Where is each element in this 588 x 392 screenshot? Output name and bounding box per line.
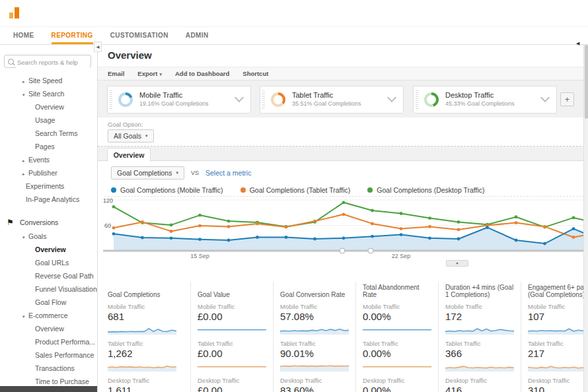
drag-handle[interactable]	[416, 90, 418, 109]
sidebar-item-overview[interactable]: Overview	[0, 243, 98, 256]
chart-collapse-button[interactable]: ▾	[446, 260, 468, 267]
sidebar-item-in-page-analytics[interactable]: In-Page Analytics	[0, 193, 98, 206]
metric-column-engagement-6-pages-goal-completions: Engagement 6+ pages (Goal Completions)Mo…	[521, 281, 588, 392]
sidebar-item-label: Experiments	[26, 182, 64, 190]
goal-option-label: Goal Option:	[108, 121, 143, 128]
donut-chart-icon	[424, 92, 439, 107]
sidebar-item-site-speed[interactable]: ▸Site Speed	[0, 74, 98, 87]
chart-legend: Goal Completions (Mobile Traffic)Goal Co…	[111, 186, 485, 194]
sidebar-item-search-terms[interactable]: Search Terms	[0, 127, 98, 140]
metric-row-label: Mobile Traffic	[445, 303, 515, 310]
sidebar-item-goal-urls[interactable]: Goal URLs	[0, 256, 98, 269]
metric-selector-row: Goal Completions ▾ vs Select a metric	[111, 166, 251, 180]
sidebar-item-label: Site Search	[28, 90, 64, 98]
sidebar-item-experiments[interactable]: Experiments	[0, 180, 98, 193]
sparkline-chart	[363, 361, 431, 372]
metric-column-goal-completions: Goal CompletionsMobile Traffic681Tablet …	[108, 281, 190, 392]
nav-tab-customisation[interactable]: CUSTOMISATION	[110, 27, 168, 44]
chevron-down-icon: ▾	[22, 231, 28, 244]
metric-row-value: 681	[108, 311, 185, 322]
sidebar-item-label: Reverse Goal Path	[35, 272, 94, 280]
sidebar-item-usage[interactable]: Usage	[0, 114, 98, 127]
nav-tab-reporting[interactable]: REPORTING	[52, 27, 93, 44]
add-segment-button[interactable]: +	[560, 92, 574, 106]
metric-column-title: Duration +4 mins (Goal 1 Completions)	[445, 281, 515, 298]
sidebar: ▸Site Speed▾Site SearchOverviewUsageSear…	[0, 45, 98, 392]
traffic-card-title: Tablet Traffic	[292, 91, 333, 99]
scrollbar-thumb[interactable]	[585, 45, 588, 119]
search-box[interactable]	[4, 55, 91, 68]
traffic-card-title: Mobile Traffic	[139, 91, 182, 99]
nav-tab-admin[interactable]: ADMIN	[186, 27, 209, 44]
search-input[interactable]	[16, 56, 90, 68]
svg-text:15 Sep: 15 Sep	[190, 253, 209, 259]
svg-text:22 Sep: 22 Sep	[392, 253, 411, 259]
tab-overview[interactable]: Overview	[107, 148, 151, 162]
sidebar-item-publisher[interactable]: ▸Publisher	[0, 166, 98, 180]
metric-row-label: Mobile Traffic	[363, 303, 433, 310]
legend-item-goal-completions-mobile-traffic: Goal Completions (Mobile Traffic)	[111, 186, 223, 194]
traffic-card-subtitle: 45.33% Goal Completions	[445, 100, 515, 107]
metric-row-label: Tablet Traffic	[108, 340, 185, 347]
right-collapse-icon[interactable]: ◀	[576, 41, 579, 46]
toolbar-shortcut-button[interactable]: Shortcut	[242, 70, 268, 77]
sidebar-item-label: E-commerce	[28, 311, 68, 319]
metric-dropdown[interactable]: Goal Completions ▾	[111, 166, 184, 180]
chevron-down-icon[interactable]	[540, 93, 550, 102]
metric-row-label: Desktop Traffic	[280, 377, 350, 384]
sidebar-item-pages[interactable]: Pages	[0, 140, 98, 153]
goal-option-dropdown[interactable]: All Goals ▾	[108, 129, 154, 143]
sidebar-item-sales-performance[interactable]: Sales Performance	[0, 348, 98, 362]
traffic-card-subtitle: 19.16% Goal Completions	[139, 100, 209, 107]
toolbar-add-to-dashboard-button[interactable]: Add to Dashboard	[175, 70, 229, 77]
metric-row-value: 0.00%	[363, 385, 433, 392]
sidebar-item-e-commerce[interactable]: ▾E-commerce	[0, 309, 98, 322]
sidebar-item-site-search[interactable]: ▾Site Search	[0, 87, 98, 100]
sidebar-collapse-icon[interactable]: ◀	[94, 42, 102, 52]
sidebar-item-label: Events	[28, 156, 50, 164]
vertical-scrollbar[interactable]	[583, 45, 588, 392]
metric-row-label: Mobile Traffic	[528, 303, 588, 310]
metric-column-total-abandonment-rate: Total Abandonment RateMobile Traffic0.00…	[355, 281, 438, 392]
sidebar-item-reverse-goal-path[interactable]: Reverse Goal Path	[0, 269, 98, 282]
timeseries-chart[interactable]: 1206015 Sep22 Sep	[98, 197, 588, 259]
sidebar-item-goal-flow[interactable]: Goal Flow	[0, 296, 98, 309]
chevron-down-icon[interactable]	[387, 93, 396, 102]
logo-bar-tall	[15, 7, 19, 18]
drag-handle[interactable]	[110, 90, 112, 109]
chevron-down-icon[interactable]	[235, 93, 244, 102]
legend-item-goal-completions-desktop-traffic: Goal Completions (Desktop Traffic)	[367, 186, 484, 194]
legend-dot-icon	[367, 187, 373, 193]
sparkline-chart	[280, 324, 349, 335]
sidebar-item-events[interactable]: ▸Events	[0, 153, 98, 166]
drag-handle[interactable]	[262, 90, 265, 109]
sparkline-chart	[528, 361, 588, 372]
sidebar-item-goals[interactable]: ▾Goals	[0, 230, 98, 243]
sidebar-item-label: Site Speed	[28, 77, 62, 84]
sidebar-section-conversions[interactable]: ⚑Conversions	[0, 215, 98, 230]
sparkline-chart	[445, 324, 514, 335]
metric-row-label: Desktop Traffic	[445, 377, 515, 384]
sidebar-item-overview[interactable]: Overview	[0, 322, 98, 335]
toolbar-export-button[interactable]: Export▾	[137, 70, 162, 77]
goal-option-panel: Goal Option: All Goals ▾	[98, 117, 588, 147]
metric-column-title: Goal Value	[198, 281, 268, 298]
donut-chart-icon	[118, 92, 133, 107]
sidebar-item-product-performa[interactable]: Product Performa...	[0, 335, 98, 348]
google-analytics-logo-icon[interactable]	[9, 7, 21, 18]
traffic-card-tablet-traffic[interactable]: Tablet Traffic35.51% Goal Completions	[260, 86, 404, 114]
sidebar-item-transactions[interactable]: Transactions	[0, 362, 98, 375]
nav-tab-home[interactable]: HOME	[13, 27, 34, 44]
sidebar-bottom-bar	[0, 386, 98, 392]
traffic-card-desktop-traffic[interactable]: Desktop Traffic45.33% Goal Completions	[413, 86, 557, 114]
svg-text:60: 60	[104, 222, 111, 229]
goal-option-value: All Goals	[114, 132, 141, 140]
toolbar-email-button[interactable]: Email	[108, 70, 124, 77]
traffic-card-mobile-traffic[interactable]: Mobile Traffic19.16% Goal Completions	[107, 86, 251, 114]
sidebar-item-funnel-visualisation[interactable]: Funnel Visualisation	[0, 282, 98, 296]
select-metric-link[interactable]: Select a metric	[205, 169, 251, 177]
sidebar-item-label: Usage	[35, 116, 55, 124]
sparkline-chart	[445, 361, 514, 372]
sparkline-chart	[198, 324, 266, 335]
sidebar-item-overview[interactable]: Overview	[0, 100, 98, 114]
